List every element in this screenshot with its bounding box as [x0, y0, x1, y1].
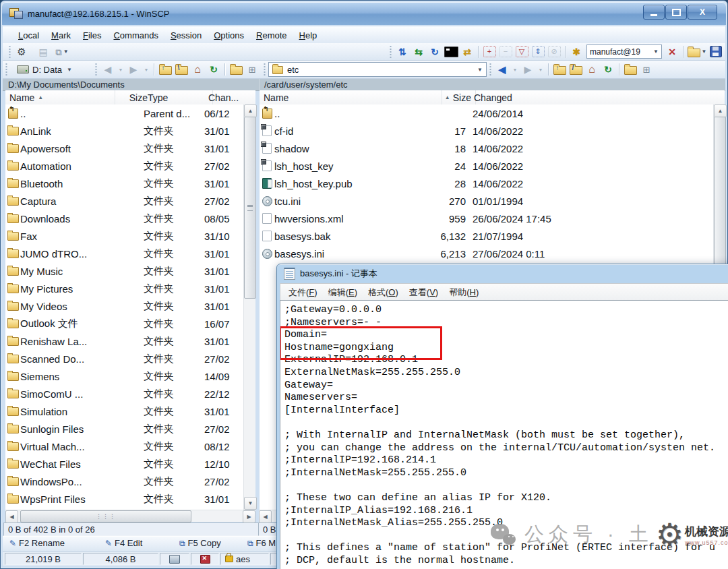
scroll-right-icon[interactable]: ▶: [243, 510, 255, 523]
file-row[interactable]: WeChat Files文件夹12/10: [5, 455, 243, 473]
scrollbar-thumb[interactable]: [244, 117, 256, 299]
notepad-menu-item[interactable]: 查看(V): [404, 285, 444, 300]
back-icon[interactable]: ◀: [100, 63, 115, 76]
save-icon[interactable]: [708, 45, 723, 59]
root-directory-icon[interactable]: /: [568, 63, 583, 76]
f2-rename-button[interactable]: ✎F2 Rename: [9, 538, 65, 548]
toolbar-grip[interactable]: [8, 46, 11, 58]
local-horizontal-scrollbar[interactable]: ◀ ⋮⋮⋮ ▶: [5, 510, 255, 522]
open-folder-icon[interactable]: [229, 63, 243, 76]
add-bookmark-icon[interactable]: +: [482, 45, 497, 59]
new-session-icon[interactable]: ✱: [569, 45, 584, 59]
file-row[interactable]: hwversions.xml95926/06/2024 17:45: [260, 210, 715, 227]
queue-icon[interactable]: ▤: [36, 45, 51, 59]
notepad-menu-item[interactable]: 帮助(H): [444, 285, 484, 300]
drive-combo[interactable]: D: Data ▼: [13, 62, 92, 78]
file-row[interactable]: JUMO dTRO...文件夹31/01: [5, 245, 243, 262]
null-filter-icon[interactable]: ⊘: [547, 45, 562, 59]
notepad-menu-item[interactable]: 文件(F): [283, 285, 323, 300]
menu-item-local[interactable]: Local: [12, 29, 45, 42]
file-row[interactable]: Sunlogin Files文件夹27/02: [5, 420, 243, 438]
forward-history-icon[interactable]: ▼: [537, 63, 545, 76]
maximize-button[interactable]: [665, 5, 687, 20]
file-row[interactable]: cf-id1714/06/2022: [260, 122, 715, 140]
menu-item-session[interactable]: Session: [164, 29, 208, 42]
encryption-cell[interactable]: aes: [220, 553, 269, 565]
file-row[interactable]: basesys.ini6,21327/06/2024 0:11: [260, 245, 715, 262]
toolbar-grip[interactable]: [5, 63, 8, 76]
menu-item-files[interactable]: Files: [77, 29, 107, 42]
refresh-icon[interactable]: ↻: [206, 63, 221, 76]
file-row[interactable]: tcu.ini27001/01/1994: [260, 192, 715, 210]
toolbar-grip[interactable]: [389, 46, 392, 58]
file-row[interactable]: Renishaw La...文件夹31/01: [5, 332, 243, 350]
file-row[interactable]: ..24/06/2014: [260, 104, 715, 122]
forward-icon[interactable]: ▶: [520, 63, 535, 76]
local-file-list[interactable]: ..Parent d...06/12AnLink文件夹31/01Apowerso…: [5, 104, 243, 510]
title-bar[interactable]: manufact@192.168.215.1 - WinSCP X: [2, 2, 726, 25]
transfer-settings-icon[interactable]: ⧉▼: [52, 45, 72, 59]
home-directory-icon[interactable]: ⌂: [584, 63, 599, 76]
file-row[interactable]: Apowersoft文件夹31/01: [5, 140, 243, 157]
preferences-icon[interactable]: ⚙: [14, 44, 29, 58]
f4-edit-button[interactable]: ✎F4 Edit: [105, 538, 142, 548]
scroll-left-icon[interactable]: ◀: [259, 510, 272, 523]
file-row[interactable]: basesys.bak6,13221/07/1994: [260, 227, 715, 245]
parent-directory-icon[interactable]: ↑: [158, 63, 173, 76]
file-row[interactable]: WpsPrint Files文件夹31/01: [5, 490, 243, 508]
menu-item-options[interactable]: Options: [208, 29, 250, 42]
file-row[interactable]: Fax文件夹31/10: [5, 227, 243, 245]
column-header-type[interactable]: Type: [144, 90, 213, 104]
home-directory-icon[interactable]: ⌂: [190, 63, 205, 76]
f6-move-button[interactable]: ⧉F6 M: [247, 538, 276, 548]
refresh-icon[interactable]: ↻: [601, 63, 615, 76]
file-row[interactable]: Outlook 文件文件夹16/07: [5, 315, 243, 332]
file-row[interactable]: Siemens文件夹14/09: [5, 367, 243, 385]
notepad-title-bar[interactable]: basesys.ini - 记事本: [277, 264, 728, 283]
console-icon[interactable]: [444, 45, 458, 59]
local-vertical-scrollbar[interactable]: ▲ ▼: [243, 104, 255, 510]
parent-directory-icon[interactable]: ↑: [552, 63, 567, 76]
notifications-cell[interactable]: [191, 553, 219, 565]
file-row[interactable]: shadow1814/06/2022: [260, 140, 715, 157]
open-directory-icon[interactable]: ▼: [687, 45, 707, 59]
menu-item-help[interactable]: Help: [293, 29, 324, 42]
menu-item-commands[interactable]: Commands: [107, 29, 164, 42]
file-row[interactable]: Scanned Do...文件夹27/02: [5, 350, 243, 367]
file-row[interactable]: SimoComU ...文件夹22/12: [5, 385, 243, 402]
tree-icon[interactable]: ⊞: [639, 63, 654, 76]
toolbar-grip[interactable]: [94, 63, 98, 76]
file-row[interactable]: My Videos文件夹31/01: [5, 297, 243, 315]
notepad-menu-item[interactable]: 格式(O): [363, 285, 404, 300]
column-header-changed[interactable]: Changed: [470, 90, 599, 104]
update-icon[interactable]: ⇕: [530, 45, 545, 59]
notepad-menu-item[interactable]: 编辑(E): [323, 285, 363, 300]
file-row[interactable]: Bluetooth文件夹31/01: [5, 175, 243, 192]
file-row[interactable]: lsh_host_key.pub2814/06/2022: [260, 175, 715, 192]
remote-dir-combo[interactable]: etc ▼: [268, 62, 487, 77]
file-row[interactable]: Simulation文件夹31/01: [5, 402, 243, 420]
column-header-name[interactable]: Name▲: [5, 90, 115, 104]
forward-history-icon[interactable]: ▼: [142, 63, 150, 76]
file-row[interactable]: AnLink文件夹31/01: [5, 122, 243, 140]
root-directory-icon[interactable]: \: [174, 63, 189, 76]
filter-icon[interactable]: ▽: [514, 45, 529, 59]
file-row[interactable]: Virtual Mach...文件夹08/12: [5, 438, 243, 455]
scroll-up-icon[interactable]: ▲: [714, 104, 727, 117]
close-session-icon[interactable]: ✕: [665, 45, 679, 59]
scroll-down-icon[interactable]: ▼: [244, 497, 257, 510]
tree-icon[interactable]: ⊞: [245, 63, 260, 76]
mirror-files-icon[interactable]: ⇆: [411, 45, 426, 59]
back-history-icon[interactable]: ▼: [511, 63, 519, 76]
remove-bookmark-icon[interactable]: −: [498, 45, 513, 59]
back-history-icon[interactable]: ▼: [117, 63, 125, 76]
reload-icon[interactable]: ↻: [427, 45, 442, 59]
close-button[interactable]: X: [688, 5, 717, 20]
notepad-text-area[interactable]: ;Gateway=0.0.0.0;Nameservers=- -Domain=H…: [280, 300, 728, 569]
file-row[interactable]: Downloads文件夹08/05: [5, 210, 243, 227]
session-combo[interactable]: manufact@19▼: [586, 44, 662, 59]
minimize-button[interactable]: [643, 5, 665, 20]
scrollbar-thumb[interactable]: ⋮⋮⋮: [20, 510, 191, 522]
file-row[interactable]: My Music文件夹31/01: [5, 262, 243, 280]
f5-copy-button[interactable]: ⧉F5 Copy: [179, 538, 221, 548]
